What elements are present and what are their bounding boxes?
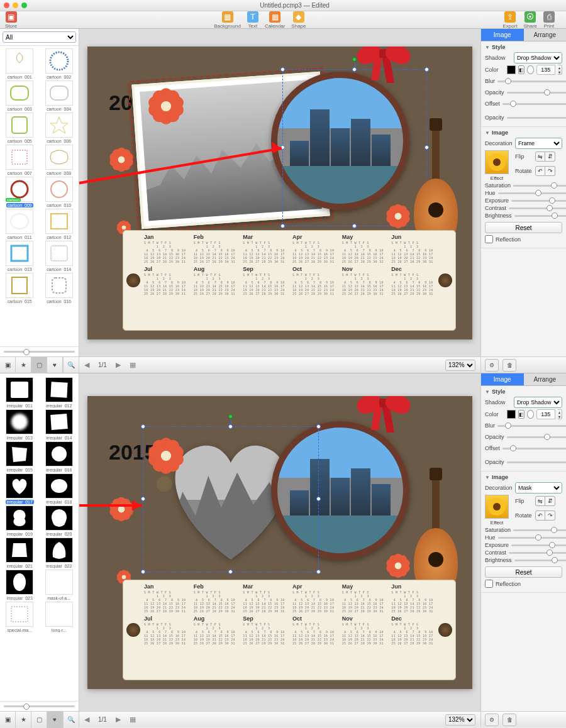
- mask-thumb[interactable]: irregular_021: [1, 538, 38, 568]
- minimize-window-button[interactable]: [13, 3, 18, 8]
- frame-thumb[interactable]: cartoon_015: [1, 273, 38, 304]
- calendar-button[interactable]: ▦ Calendar: [265, 11, 285, 29]
- tab-arrange[interactable]: Arrange: [524, 29, 567, 41]
- tab-favorites-icon[interactable]: ★: [16, 357, 31, 373]
- frame-thumb[interactable]: cartoon_002: [41, 48, 78, 79]
- next-page-button[interactable]: ▶: [116, 361, 121, 369]
- tab-masks-icon[interactable]: ♥: [47, 357, 63, 373]
- shadow-select[interactable]: Drop Shadow: [514, 397, 562, 408]
- mask-thumb[interactable]: irregular_016: [41, 441, 78, 472]
- tab-frames-icon[interactable]: ▢: [31, 712, 47, 728]
- frame-thumb[interactable]: cartoon_016: [41, 273, 78, 304]
- tab-frames-icon[interactable]: ▢: [31, 357, 47, 373]
- mask-thumb[interactable]: irregular_018: [41, 473, 78, 504]
- shadow-color-swatch[interactable]: [507, 410, 516, 419]
- background-button[interactable]: ▦ Background: [214, 11, 241, 29]
- inspector-trash-icon[interactable]: 🗑: [502, 714, 516, 726]
- tab-photos-icon[interactable]: ▣: [0, 712, 16, 728]
- canvas[interactable]: 2015: [79, 373, 480, 711]
- mask-thumb[interactable]: irregular_011: [1, 377, 38, 408]
- frame-thumb[interactable]: cartoon_010: [41, 177, 78, 207]
- rotate-buttons[interactable]: ↶↷: [535, 510, 555, 521]
- mask-thumb[interactable]: irregular_012: [41, 377, 78, 408]
- saturation-slider[interactable]: [513, 529, 566, 531]
- exposure-slider[interactable]: [511, 544, 566, 546]
- pages-grid-icon[interactable]: ▦: [130, 715, 136, 724]
- blur-slider[interactable]: [497, 80, 566, 82]
- frame-thumb[interactable]: cartoon_011: [1, 209, 38, 240]
- opacity-slider[interactable]: [507, 117, 566, 119]
- tab-arrange[interactable]: Arrange: [524, 373, 567, 386]
- mask-thumb[interactable]: irregular_022: [41, 538, 78, 568]
- frame-thumb[interactable]: cartoon_004: [41, 80, 78, 111]
- mask-thumb[interactable]: mask-of-a...: [41, 570, 78, 600]
- contrast-slider[interactable]: [509, 552, 566, 554]
- photo-circle[interactable]: [271, 421, 409, 560]
- search-icon[interactable]: 🔍: [63, 357, 79, 373]
- frames-filter-select[interactable]: All: [3, 31, 76, 43]
- zoom-select[interactable]: 132%: [445, 714, 475, 725]
- rotate-buttons[interactable]: ↶↷: [535, 166, 555, 176]
- blur-slider[interactable]: [497, 425, 566, 427]
- saturation-slider[interactable]: [513, 185, 566, 187]
- inspector-settings-icon[interactable]: ⚙: [485, 714, 499, 726]
- frame-thumb[interactable]: cartoon_005: [1, 113, 38, 143]
- tab-image[interactable]: Image: [481, 29, 524, 41]
- frame-thumb[interactable]: cartoon_001: [1, 48, 38, 79]
- reflection-checkbox[interactable]: [485, 235, 493, 243]
- reset-button[interactable]: Reset: [485, 566, 562, 578]
- inspector-trash-icon[interactable]: 🗑: [502, 359, 516, 372]
- effect-preview[interactable]: [485, 495, 509, 519]
- flip-buttons[interactable]: ⇋⇵: [535, 496, 555, 506]
- offset-slider[interactable]: [502, 103, 566, 105]
- mask-thumb[interactable]: irregular_013: [1, 409, 38, 440]
- mask-thumb[interactable]: irregular_015: [1, 441, 38, 472]
- mask-thumb[interactable]: irregular_020: [41, 505, 78, 536]
- flip-buttons[interactable]: ⇋⇵: [535, 152, 555, 162]
- angle-field[interactable]: [536, 409, 555, 419]
- prev-page-button[interactable]: ◀: [84, 361, 89, 369]
- shadow-opacity-slider[interactable]: [507, 92, 566, 94]
- frame-thumb[interactable]: cartoon_013: [1, 241, 38, 272]
- tab-photos-icon[interactable]: ▣: [0, 357, 16, 373]
- tab-favorites-icon[interactable]: ★: [16, 712, 31, 728]
- angle-stepper[interactable]: ▴▾: [558, 65, 562, 75]
- prev-page-button[interactable]: ◀: [84, 715, 89, 724]
- shape-button[interactable]: ◆ Shape: [291, 11, 306, 29]
- reflection-checkbox[interactable]: [485, 580, 493, 588]
- text-button[interactable]: T Text: [247, 11, 258, 29]
- mask-thumb[interactable]: long-r...: [41, 602, 78, 632]
- thumb-size-slider[interactable]: [4, 351, 75, 353]
- tab-image[interactable]: Image: [481, 373, 524, 386]
- store-button[interactable]: ▣ Store: [5, 11, 17, 29]
- frame-thumb[interactable]: cartoon_008: [41, 145, 78, 175]
- contrast-slider[interactable]: [509, 207, 566, 209]
- exposure-slider[interactable]: [511, 200, 566, 202]
- zoom-select[interactable]: 132%: [445, 360, 475, 371]
- frame-thumb[interactable]: cartoon_012: [41, 209, 78, 240]
- effect-preview[interactable]: [485, 150, 509, 174]
- decoration-select[interactable]: Frame: [515, 138, 562, 149]
- mask-thumb[interactable]: irregular_017: [1, 473, 38, 504]
- offset-slider[interactable]: [502, 448, 566, 449]
- mask-thumb[interactable]: irregular_014: [41, 409, 78, 440]
- frame-thumb[interactable]: cartooncartoon_009: [1, 177, 38, 207]
- hue-slider[interactable]: [498, 537, 566, 539]
- mask-thumb[interactable]: irregular_019: [1, 505, 38, 536]
- angle-dial[interactable]: [527, 65, 533, 74]
- pages-grid-icon[interactable]: ▦: [130, 361, 136, 369]
- frame-thumb[interactable]: cartoon_006: [41, 113, 78, 143]
- shadow-color-swatch[interactable]: [507, 65, 516, 74]
- shadow-opacity-slider[interactable]: [507, 436, 566, 438]
- brightness-slider[interactable]: [514, 560, 566, 561]
- angle-field[interactable]: [536, 65, 555, 75]
- tab-masks-icon[interactable]: ♥: [47, 712, 63, 728]
- zoom-window-button[interactable]: [21, 3, 27, 8]
- mask-thumb[interactable]: special-ma...: [1, 602, 38, 632]
- frame-thumb[interactable]: cartoon_003: [1, 80, 38, 111]
- mask-thumb[interactable]: irregular_023: [1, 570, 38, 600]
- decoration-select[interactable]: Mask: [515, 482, 562, 494]
- angle-dial[interactable]: [527, 410, 533, 419]
- angle-stepper[interactable]: ▴▾: [558, 409, 562, 419]
- color-picker-button[interactable]: ◧: [518, 65, 524, 74]
